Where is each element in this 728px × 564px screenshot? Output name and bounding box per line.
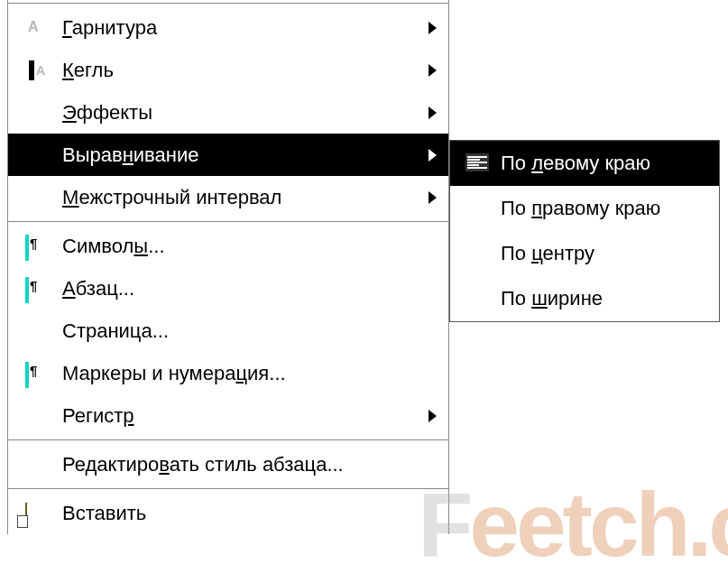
- submenu-arrow-icon: [429, 149, 437, 162]
- submenu-arrow-icon: [429, 106, 437, 119]
- menu-item-label: Выравнивание: [62, 143, 416, 167]
- menu-item[interactable]: Страница...: [8, 310, 448, 352]
- submenu-item[interactable]: По левому краю: [450, 141, 719, 186]
- menu-item[interactable]: Символы...: [8, 225, 448, 267]
- menu-separator: [8, 488, 448, 489]
- menu-item[interactable]: Абзац...: [8, 267, 448, 310]
- menu-separator: [8, 439, 448, 440]
- menu-item[interactable]: Гарнитура: [8, 6, 448, 49]
- menu-item-label: По левому краю: [501, 152, 719, 175]
- watermark: Feetch.c: [418, 473, 728, 564]
- menu-item-label: Кегль: [62, 59, 416, 82]
- align-left-icon: [465, 153, 485, 173]
- menu-item-label: Гарнитура: [62, 16, 416, 40]
- menu-item[interactable]: Эффекты: [8, 91, 448, 134]
- menu-item[interactable]: Вставить: [8, 492, 448, 534]
- paste-icon: [25, 504, 45, 523]
- menu-item[interactable]: Кегль: [8, 49, 448, 91]
- context-menu: ГарнитураКегльЭффектыВыравниваниеМежстро…: [7, 0, 449, 534]
- menu-item[interactable]: Регистр: [8, 394, 448, 437]
- menu-item-label: По центру: [501, 242, 719, 265]
- paragraph-icon: [25, 236, 45, 256]
- menu-item-label: По правому краю: [501, 197, 719, 220]
- menu-item-label: Межстрочный интервал: [62, 186, 416, 209]
- submenu-item[interactable]: По ширине: [450, 276, 719, 321]
- submenu-item[interactable]: По правому краю: [450, 186, 719, 231]
- paragraph-icon: [25, 279, 45, 299]
- menu-item[interactable]: Редактировать стиль абзаца...: [8, 443, 448, 485]
- font-icon: [25, 18, 45, 38]
- menu-item-label: Регистр: [62, 404, 416, 428]
- menu-item[interactable]: Маркеры и нумерация...: [8, 352, 448, 394]
- menu-separator: [8, 221, 448, 222]
- alignment-submenu: По левому краюПо правому краюПо центруПо…: [449, 140, 720, 322]
- menu-item-label: Страница...: [62, 319, 416, 343]
- menu-item-label: Маркеры и нумерация...: [62, 362, 416, 385]
- menu-item-label: По ширине: [501, 287, 719, 310]
- menu-item-label: Символы...: [62, 235, 416, 258]
- submenu-arrow-icon: [429, 64, 437, 77]
- menu-item-label: Эффекты: [62, 101, 416, 125]
- menu-item-label: Вставить: [62, 502, 416, 525]
- size-icon: [25, 60, 45, 80]
- submenu-arrow-icon: [429, 410, 437, 422]
- menu-item[interactable]: Выравнивание: [8, 134, 448, 176]
- paragraph-icon: [25, 364, 45, 384]
- submenu-arrow-icon: [429, 191, 437, 204]
- menu-item-label: Абзац...: [62, 277, 416, 300]
- menu-item[interactable]: Межстрочный интервал: [8, 176, 448, 218]
- submenu-arrow-icon: [429, 22, 437, 34]
- menu-item-label: Редактировать стиль абзаца...: [62, 453, 416, 476]
- submenu-item[interactable]: По центру: [450, 231, 719, 276]
